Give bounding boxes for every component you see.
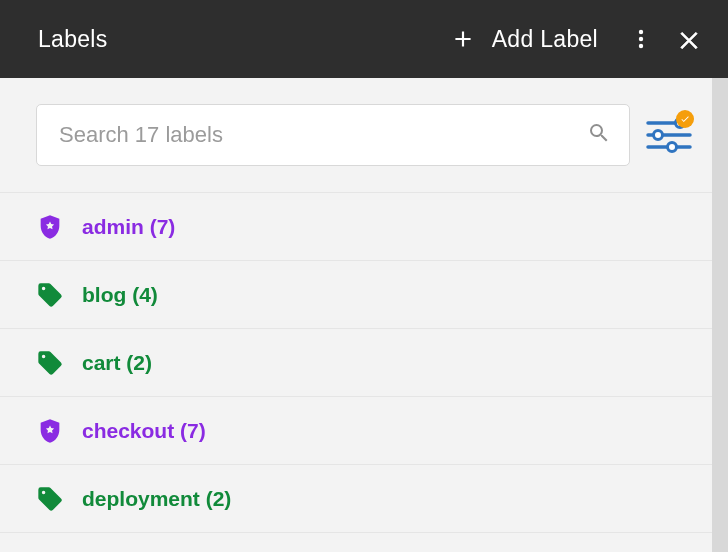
panel-header: Labels Add Label — [0, 0, 728, 78]
filter-active-badge — [676, 110, 694, 128]
search-input[interactable] — [59, 122, 587, 148]
label-item-deployment[interactable]: deployment (2) — [0, 465, 728, 533]
page-title: Labels — [38, 26, 430, 53]
scrollbar[interactable] — [712, 78, 728, 552]
add-label-text: Add Label — [492, 26, 598, 53]
labels-panel: Labels Add Label — [0, 0, 728, 552]
more-options-button[interactable] — [626, 24, 656, 54]
kebab-icon — [629, 27, 653, 51]
label-item-cart[interactable]: cart (2) — [0, 329, 728, 397]
label-text: checkout (7) — [82, 419, 206, 443]
filter-button[interactable] — [646, 112, 692, 158]
labels-list: admin (7) blog (4) cart (2) checkout (7) — [0, 192, 728, 533]
label-item-admin[interactable]: admin (7) — [0, 193, 728, 261]
label-item-checkout[interactable]: checkout (7) — [0, 397, 728, 465]
shield-star-icon — [36, 417, 64, 445]
search-box — [36, 104, 630, 166]
tag-icon — [36, 485, 64, 513]
search-row — [0, 78, 728, 192]
check-icon — [680, 114, 690, 124]
tag-icon — [36, 281, 64, 309]
label-text: admin (7) — [82, 215, 175, 239]
label-text: blog (4) — [82, 283, 158, 307]
tag-icon — [36, 349, 64, 377]
shield-star-icon — [36, 213, 64, 241]
close-button[interactable] — [674, 24, 704, 54]
close-icon — [676, 26, 702, 52]
svg-point-8 — [668, 143, 677, 152]
svg-point-2 — [639, 44, 643, 48]
label-text: deployment (2) — [82, 487, 231, 511]
label-text: cart (2) — [82, 351, 152, 375]
panel-body: admin (7) blog (4) cart (2) checkout (7) — [0, 78, 728, 552]
plus-icon — [448, 24, 478, 54]
svg-point-1 — [639, 37, 643, 41]
search-icon — [587, 121, 611, 149]
svg-point-6 — [654, 131, 663, 140]
add-label-button[interactable]: Add Label — [448, 24, 598, 54]
svg-point-0 — [639, 30, 643, 34]
label-item-blog[interactable]: blog (4) — [0, 261, 728, 329]
